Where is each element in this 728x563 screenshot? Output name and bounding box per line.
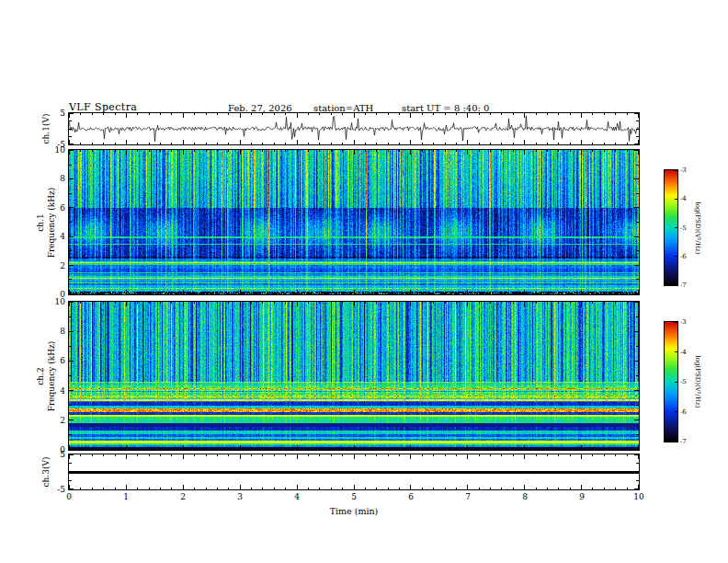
- colorbar-ch1: [664, 169, 678, 286]
- ch3-waveform-canvas: [69, 454, 639, 489]
- colorbar-tick-label: -3: [680, 318, 687, 326]
- y-tick-label: 10: [45, 297, 65, 306]
- x-tick-label: 8: [515, 492, 535, 501]
- y-tick-label: 2: [45, 261, 65, 270]
- colorbar-unit-label: log(PSD)(V²/Hz): [694, 201, 701, 254]
- colorbar-ch1-canvas: [665, 170, 677, 285]
- ch1-spectrogram-panel: [68, 149, 640, 295]
- vlf-spectra-figure: VLF Spectra Feb. 27, 2026 station=ATH st…: [0, 0, 728, 563]
- y-axis-title-line1: ch.1: [36, 213, 45, 231]
- ch2-spectrogram-panel: [68, 301, 640, 451]
- x-tick-label: 1: [116, 492, 136, 501]
- x-axis-label: Time (min): [69, 506, 639, 516]
- x-tick-label: 9: [572, 492, 592, 501]
- x-tick-label: 6: [401, 492, 421, 501]
- y-axis-title-line2: Frequency (kHz): [47, 187, 56, 258]
- colorbar-tick-label: -5: [680, 224, 687, 232]
- y-axis-title: ch.1(V): [41, 114, 51, 144]
- ch1-waveform-panel: [68, 112, 640, 145]
- colorbar-tick-label: -6: [680, 253, 687, 260]
- x-tick-label: 4: [287, 492, 307, 501]
- x-tick-label: 5: [344, 492, 364, 501]
- colorbar-tick-label: -5: [680, 378, 687, 385]
- y-axis-title-line2: Frequency (kHz): [47, 340, 56, 411]
- ch2-spectrogram-canvas: [69, 302, 639, 450]
- x-tick-label: 10: [629, 492, 649, 501]
- colorbar-tick-label: -6: [680, 408, 687, 416]
- ch3-waveform-panel: [68, 454, 640, 490]
- ch1-waveform-canvas: [69, 113, 639, 144]
- y-tick-label: 8: [45, 327, 65, 336]
- ch1-spectrogram-canvas: [69, 150, 639, 294]
- x-tick-label: 7: [458, 492, 478, 501]
- y-axis-title: ch.3(V): [41, 457, 51, 488]
- x-tick-label: 0: [59, 492, 79, 501]
- y-tick-label: 2: [45, 416, 65, 425]
- colorbar-tick-label: -3: [680, 167, 687, 174]
- colorbar-unit-label: log(PSD)(V²/Hz): [694, 356, 701, 408]
- colorbar-tick-label: -4: [680, 195, 687, 202]
- colorbar-ch2-canvas: [665, 322, 677, 442]
- colorbar-tick-label: -7: [680, 438, 687, 445]
- y-tick-label: 8: [45, 174, 65, 183]
- y-tick-label: 10: [45, 145, 65, 155]
- y-axis-title-line1: ch.2: [36, 367, 45, 385]
- colorbar-ch2: [664, 321, 678, 442]
- x-tick-label: 3: [230, 492, 250, 501]
- colorbar-tick-label: -4: [680, 349, 687, 356]
- x-tick-label: 2: [173, 492, 193, 501]
- colorbar-tick-label: -7: [680, 282, 687, 289]
